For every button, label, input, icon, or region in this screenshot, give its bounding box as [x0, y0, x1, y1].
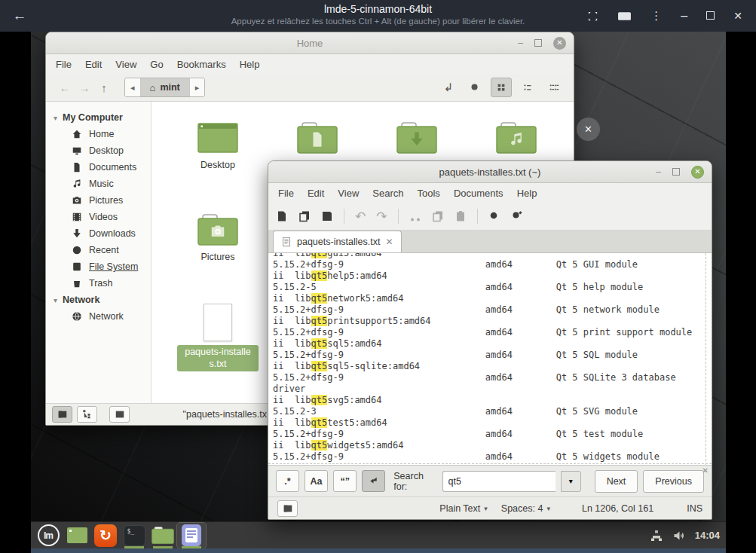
sidebar-item[interactable]: Music — [46, 176, 151, 192]
sidebar-item[interactable]: File System — [46, 258, 151, 275]
editor-text-area[interactable]: ii libqt5gui5:amd645.15.2+dfsg-9 amd64 Q… — [268, 253, 712, 465]
maximize-window-icon[interactable] — [706, 10, 715, 22]
whole-word-toggle-button[interactable]: “” — [333, 470, 357, 492]
wrap-around-toggle-button[interactable] — [362, 470, 385, 492]
terminal-launcher[interactable]: $_ — [120, 523, 148, 548]
text-editor-launcher[interactable] — [177, 523, 206, 548]
menu-item[interactable]: Go — [143, 57, 170, 72]
collapse-triangle-icon[interactable]: ▾ — [54, 296, 57, 304]
sidebar-item[interactable]: Videos — [46, 209, 151, 225]
firefox-launcher[interactable]: ↻ — [91, 523, 120, 548]
sidebar-item[interactable]: Desktop — [46, 142, 151, 159]
tab-close-icon[interactable]: ✕ — [385, 237, 393, 247]
undo-icon[interactable]: ↶ — [355, 209, 366, 225]
folder-pictures[interactable]: Pictures — [168, 212, 268, 304]
sidebar-item[interactable]: Recent — [46, 242, 151, 258]
fullscreen-icon[interactable] — [587, 10, 598, 22]
network-icon[interactable] — [650, 529, 663, 542]
keyboard-icon[interactable] — [617, 10, 632, 22]
menu-item[interactable]: Help — [510, 185, 544, 201]
breadcrumb-left-icon[interactable]: ◂ — [125, 78, 141, 96]
minimize-button[interactable]: – — [518, 38, 523, 47]
paste-icon[interactable] — [455, 210, 467, 222]
search-icon[interactable] — [464, 78, 485, 97]
sidebar-item[interactable]: Documents — [46, 159, 151, 176]
find-icon[interactable] — [488, 210, 500, 222]
toggle-sidebar-button[interactable] — [109, 406, 130, 423]
desktop-close-icon[interactable]: ✕ — [577, 118, 600, 141]
breadcrumb-home-segment[interactable]: ⌂ mint — [141, 78, 190, 96]
next-button[interactable]: Next — [595, 470, 638, 493]
minimize-button[interactable]: – — [656, 167, 661, 176]
sidebar-section-network[interactable]: ▾ Network — [46, 292, 151, 308]
sidebar-item[interactable]: Pictures — [46, 192, 151, 209]
sidebar-item[interactable]: Downloads — [46, 225, 151, 242]
show-treeview-button[interactable] — [77, 406, 97, 423]
regex-toggle-button[interactable]: .* — [276, 470, 299, 492]
close-button[interactable]: ✕ — [691, 166, 704, 179]
new-document-icon[interactable] — [276, 210, 288, 222]
toggle-panel-button[interactable] — [277, 500, 298, 517]
menu-item[interactable]: View — [109, 57, 143, 72]
menu-item[interactable]: Edit — [78, 57, 109, 72]
sidebar-item-label: Documents — [89, 162, 136, 173]
tab-paquets-installes[interactable]: paquets-installes.txt ✕ — [273, 231, 402, 252]
menu-item[interactable]: File — [271, 185, 301, 201]
collapse-triangle-icon[interactable]: ▾ — [54, 114, 57, 122]
menu-item[interactable]: Edit — [301, 185, 331, 201]
match-case-toggle-button[interactable]: Aa — [305, 470, 328, 492]
sidebar-item-label: Recent — [89, 245, 119, 255]
editor-titlebar[interactable]: paquets-installes.txt (~) – ✕ — [268, 161, 712, 183]
clock[interactable]: 14:04 — [695, 530, 720, 541]
minimize-window-icon[interactable]: – — [681, 10, 687, 22]
indent-selector[interactable]: Spaces: 4▾ — [501, 503, 550, 514]
menu-item[interactable]: Documents — [447, 185, 510, 201]
menu-item[interactable]: View — [331, 185, 366, 201]
files-launcher[interactable] — [148, 523, 177, 548]
mint-menu-button[interactable]: lm — [34, 523, 63, 548]
folder-desktop[interactable]: Desktop — [168, 120, 268, 212]
copy-icon[interactable] — [432, 210, 444, 222]
back-arrow-button[interactable]: ← — [0, 8, 39, 24]
editor-tabbar: paquets-installes.txt ✕ — [268, 231, 712, 253]
menu-item[interactable]: Search — [366, 185, 410, 201]
compact-view-button[interactable] — [543, 78, 565, 97]
close-button[interactable]: ✕ — [553, 37, 566, 50]
breadcrumb-right-icon[interactable]: ▸ — [190, 78, 205, 96]
volume-icon[interactable] — [672, 529, 685, 542]
vm-display: Home – ✕ FileEditViewGoBookmarksHelp ← →… — [31, 32, 726, 553]
sidebar-item[interactable]: Trash — [46, 275, 151, 292]
close-window-icon[interactable]: ✕ — [733, 11, 742, 21]
forward-icon[interactable]: → — [75, 81, 94, 94]
previous-button[interactable]: Previous — [643, 470, 704, 493]
sidebar-item[interactable]: Home — [46, 126, 151, 142]
find-replace-icon[interactable] — [511, 210, 523, 222]
open-icon[interactable] — [298, 210, 311, 222]
up-icon[interactable]: ↑ — [94, 81, 114, 94]
save-icon[interactable] — [321, 210, 333, 222]
language-selector[interactable]: Plain Text▾ — [439, 503, 488, 514]
file-paquets-installes[interactable]: paquets-installes.txt — [168, 304, 268, 396]
text-editor-window: paquets-installes.txt (~) – ✕ FileEditVi… — [268, 160, 712, 520]
menu-item[interactable]: File — [49, 57, 78, 72]
sidebar-section-my-computer[interactable]: ▾ My Computer — [46, 109, 151, 126]
maximize-button[interactable] — [672, 168, 680, 176]
maximize-button[interactable] — [534, 39, 542, 47]
kebab-menu-icon[interactable]: ⋮ — [650, 10, 662, 21]
menu-item[interactable]: Tools — [411, 185, 447, 201]
menu-item[interactable]: Help — [233, 57, 267, 72]
redo-icon[interactable]: ↷ — [376, 209, 387, 225]
menu-item[interactable]: Bookmarks — [170, 57, 233, 72]
back-icon[interactable]: ← — [55, 81, 75, 94]
search-close-icon[interactable]: ✕ — [702, 466, 709, 475]
search-input[interactable] — [442, 471, 556, 492]
toggle-location-entry-icon[interactable]: ↲ — [438, 78, 459, 97]
search-history-dropdown[interactable]: ▾ — [561, 471, 581, 492]
list-view-button[interactable] — [517, 78, 538, 97]
cut-icon[interactable] — [409, 210, 421, 222]
show-places-button[interactable] — [52, 406, 72, 423]
file-manager-titlebar[interactable]: Home – ✕ — [46, 32, 574, 54]
icon-view-button[interactable] — [491, 78, 512, 97]
show-desktop-button[interactable] — [63, 523, 91, 548]
sidebar-item[interactable]: Network — [46, 308, 151, 325]
